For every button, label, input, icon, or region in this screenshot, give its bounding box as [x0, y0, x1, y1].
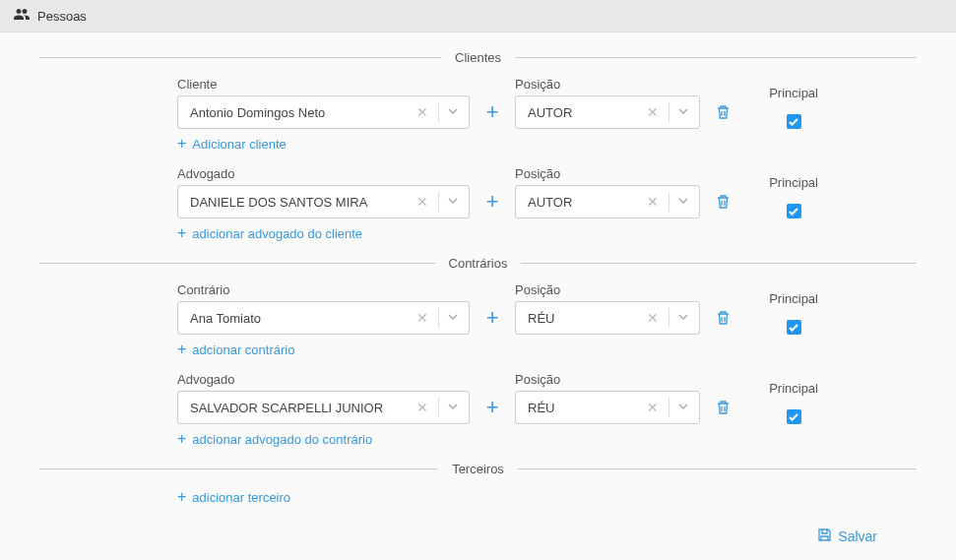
- add-cliente-plus-button[interactable]: +: [481, 95, 503, 129]
- plus-icon: +: [177, 430, 186, 448]
- add-cliente-link[interactable]: + Adicionar cliente: [177, 135, 818, 153]
- chevron-down-icon[interactable]: [443, 399, 463, 416]
- checkbox-principal-contrario[interactable]: [787, 320, 801, 335]
- select-posicao-advogado-cliente-value: AUTOR: [528, 195, 641, 210]
- delete-advogado-contrario-button[interactable]: [712, 391, 733, 424]
- select-contrario-value: Ana Tomiato: [190, 311, 411, 326]
- select-cliente[interactable]: Antonio Domingos Neto ✕: [177, 95, 470, 129]
- section-terceiros-divider: Terceiros: [39, 462, 917, 476]
- section-clientes-title: Clientes: [441, 50, 515, 65]
- save-button[interactable]: Salvar: [817, 528, 877, 545]
- clear-icon[interactable]: ✕: [641, 194, 665, 210]
- checkbox-principal-advogado-contrario[interactable]: [787, 409, 801, 424]
- select-posicao-advogado-contrario[interactable]: RÉU ✕: [515, 391, 700, 424]
- clear-icon[interactable]: ✕: [411, 310, 434, 326]
- row-advogado-cliente: Advogado DANIELE DOS SANTOS MIRA ✕ + Pos…: [177, 166, 818, 218]
- select-advogado-cliente[interactable]: DANIELE DOS SANTOS MIRA ✕: [177, 185, 470, 218]
- label-principal-advogado-cliente: Principal: [769, 175, 818, 190]
- select-posicao-contrario-value: RÉU: [528, 311, 641, 326]
- label-posicao-contrario: Posição: [515, 282, 700, 297]
- plus-icon: +: [177, 224, 186, 242]
- clear-icon[interactable]: ✕: [641, 104, 665, 120]
- plus-icon: +: [177, 135, 186, 153]
- add-contrario-link[interactable]: + adcionar contrário: [177, 341, 818, 358]
- select-advogado-contrario-value: SALVADOR SCARPELLI JUNIOR: [190, 401, 411, 415]
- clear-icon[interactable]: ✕: [411, 194, 434, 210]
- plus-icon: +: [177, 488, 186, 506]
- row-cliente: Cliente Antonio Domingos Neto ✕ + Posiçã…: [177, 77, 818, 129]
- clear-icon[interactable]: ✕: [641, 310, 665, 326]
- label-posicao-cliente: Posição: [515, 77, 700, 92]
- select-advogado-contrario[interactable]: SALVADOR SCARPELLI JUNIOR ✕: [177, 391, 470, 424]
- chevron-down-icon[interactable]: [673, 193, 693, 211]
- add-advogado-cliente-plus-button[interactable]: +: [481, 185, 503, 218]
- clear-icon[interactable]: ✕: [411, 104, 434, 120]
- checkbox-principal-cliente[interactable]: [787, 114, 801, 129]
- clear-icon[interactable]: ✕: [641, 400, 665, 415]
- panel-title: Pessoas: [37, 9, 87, 24]
- label-contrario: Contrário: [177, 282, 470, 297]
- add-advogado-cliente-link[interactable]: + adicionar advogado do cliente: [177, 224, 818, 242]
- chevron-down-icon[interactable]: [673, 103, 693, 121]
- add-advogado-contrario-plus-button[interactable]: +: [481, 391, 503, 424]
- select-advogado-cliente-value: DANIELE DOS SANTOS MIRA: [190, 195, 411, 210]
- select-posicao-advogado-contrario-value: RÉU: [528, 401, 641, 415]
- delete-cliente-button[interactable]: [712, 95, 733, 129]
- label-principal-advogado-contrario: Principal: [769, 381, 818, 396]
- chevron-down-icon[interactable]: [443, 193, 463, 211]
- checkbox-principal-advogado-cliente[interactable]: [787, 204, 801, 218]
- chevron-down-icon[interactable]: [673, 309, 693, 327]
- chevron-down-icon[interactable]: [443, 309, 463, 327]
- section-terceiros-title: Terceiros: [438, 462, 518, 476]
- label-principal-contrario: Principal: [769, 291, 818, 306]
- people-icon: [14, 8, 30, 24]
- select-contrario[interactable]: Ana Tomiato ✕: [177, 301, 470, 335]
- chevron-down-icon[interactable]: [673, 399, 693, 416]
- select-posicao-cliente-value: AUTOR: [528, 105, 641, 120]
- chevron-down-icon[interactable]: [443, 103, 463, 121]
- delete-contrario-button[interactable]: [712, 301, 733, 335]
- label-posicao-advogado-cliente: Posição: [515, 166, 700, 181]
- select-cliente-value: Antonio Domingos Neto: [190, 105, 411, 120]
- row-advogado-contrario: Advogado SALVADOR SCARPELLI JUNIOR ✕ + P…: [177, 372, 818, 424]
- label-principal-cliente: Principal: [769, 86, 818, 100]
- row-contrario: Contrário Ana Tomiato ✕ + Posição RÉU ✕: [177, 282, 818, 335]
- section-contrarios-divider: Contrários: [39, 256, 917, 271]
- label-advogado-cliente: Advogado: [177, 166, 470, 181]
- select-posicao-cliente[interactable]: AUTOR ✕: [515, 95, 700, 129]
- plus-icon: +: [177, 341, 186, 358]
- label-cliente: Cliente: [177, 77, 470, 92]
- panel-header: Pessoas: [0, 0, 956, 32]
- label-advogado-contrario: Advogado: [177, 372, 470, 387]
- delete-advogado-cliente-button[interactable]: [712, 185, 733, 218]
- select-posicao-contrario[interactable]: RÉU ✕: [515, 301, 700, 335]
- add-terceiro-link[interactable]: + adicionar terceiro: [177, 488, 818, 506]
- section-contrarios-title: Contrários: [435, 256, 522, 271]
- clear-icon[interactable]: ✕: [411, 400, 434, 415]
- content-area: Clientes Cliente Antonio Domingos Neto ✕…: [0, 32, 956, 560]
- label-posicao-advogado-contrario: Posição: [515, 372, 700, 387]
- add-contrario-plus-button[interactable]: +: [481, 301, 503, 335]
- section-clientes-divider: Clientes: [39, 50, 917, 65]
- save-icon: [817, 528, 832, 545]
- add-advogado-contrario-link[interactable]: + adcionar advogado do contrário: [177, 430, 818, 448]
- select-posicao-advogado-cliente[interactable]: AUTOR ✕: [515, 185, 700, 218]
